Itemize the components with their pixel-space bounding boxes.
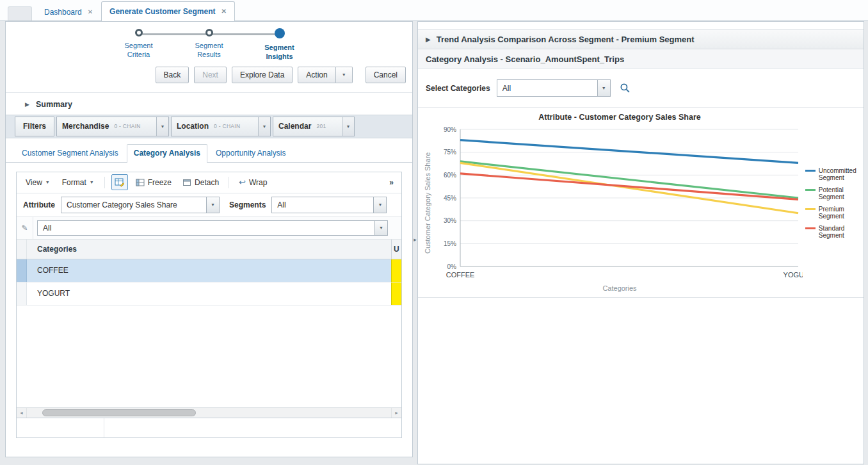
calendar-filter[interactable]: Calendar 201 ▼ (273, 117, 355, 136)
tab-customer-segment-analysis[interactable]: Customer Segment Analysis (15, 144, 125, 162)
chart-x-axis-label: Categories (418, 284, 806, 292)
trend-analysis-header[interactable]: ▶ Trend Analysis Comparison Across Segme… (418, 29, 864, 49)
calendar-dropdown-button[interactable]: ▼ (342, 117, 354, 136)
qbe-filter-value: All (38, 221, 374, 235)
table-edit-icon (115, 177, 125, 188)
tab-generate-customer-segment[interactable]: Generate Customer Segment ✕ (101, 1, 235, 21)
select-categories-dropdown-button[interactable]: ▼ (597, 80, 610, 96)
scrollbar-track[interactable] (27, 408, 391, 418)
scrollbar-thumb[interactable] (42, 409, 196, 416)
legend-swatch (805, 208, 816, 210)
row-selector-gutter[interactable] (17, 282, 27, 305)
chart-legend: Uncommitted SegmentPotential SegmentPrem… (805, 167, 864, 240)
category-cell[interactable]: COFFEE (27, 259, 391, 282)
row-gutter-header (17, 240, 27, 259)
categories-column-header[interactable]: Categories (27, 240, 391, 259)
legend-swatch (805, 170, 816, 172)
freeze-button[interactable]: Freeze (133, 175, 175, 190)
select-categories-combobox[interactable]: All ▼ (497, 79, 611, 97)
legend-swatch (805, 189, 816, 191)
action-button[interactable]: Action (298, 67, 335, 83)
chevron-down-icon: ▼ (379, 225, 383, 230)
table-row-coffee[interactable]: COFFEE (17, 259, 401, 282)
footer-cell (104, 418, 401, 437)
chart-section: Attribute - Customer Category Sales Shar… (418, 108, 864, 298)
footer-cell (17, 418, 104, 437)
step-label: Segment Results (186, 41, 232, 60)
explore-data-button[interactable]: Explore Data (232, 67, 293, 83)
analysis-tab-strip: Customer Segment Analysis Category Analy… (6, 142, 412, 163)
step-circle[interactable] (135, 29, 143, 37)
panel-splitter[interactable]: ▸ (413, 21, 417, 457)
trend-analysis-panel: ▶ Trend Analysis Comparison Across Segme… (417, 21, 864, 464)
qbe-dropdown-button[interactable]: ▼ (374, 221, 387, 235)
toolbar-separator (229, 177, 229, 188)
select-categories-value: All (497, 80, 597, 96)
next-button[interactable]: Next (194, 67, 227, 83)
merchandise-filter[interactable]: Merchandise 0 - CHAIN ▼ (56, 117, 169, 136)
scroll-right-button[interactable]: ► (391, 408, 401, 418)
attribute-combobox[interactable]: Customer Category Sales Share ▼ (61, 197, 220, 213)
legend-label: Premium Segment (819, 206, 860, 220)
horizontal-scrollbar[interactable]: ◄ ► (17, 407, 401, 418)
segments-combobox[interactable]: All ▼ (271, 197, 387, 213)
qbe-filter-combobox[interactable]: All ▼ (37, 220, 388, 236)
clipped-column-header[interactable]: U (391, 240, 401, 259)
chart-y-axis-label: Customer Category Sales Share (422, 126, 433, 280)
close-icon[interactable]: ✕ (88, 9, 93, 15)
splitter-collapse-icon[interactable]: ▸ (414, 236, 417, 243)
filters-label: Filters (18, 122, 51, 131)
tab-dashboard[interactable]: Dashboard ✕ (36, 3, 101, 20)
back-button[interactable]: Back (156, 67, 189, 83)
legend-item: Premium Segment (805, 206, 864, 220)
legend-item: Uncommitted Segment (805, 167, 864, 182)
attribute-dropdown-button[interactable]: ▼ (206, 197, 219, 213)
scroll-left-button[interactable]: ◄ (17, 408, 27, 418)
tab-category-analysis[interactable]: Category Analysis (127, 144, 207, 163)
qbe-pencil-icon: ✎ (17, 217, 33, 239)
legend-item: Potential Segment (805, 186, 864, 201)
cancel-button[interactable]: Cancel (366, 67, 406, 83)
category-analysis-subheader: Category Analysis - Scenario_AmountSpent… (418, 49, 864, 69)
tab-opportunity-analysis[interactable]: Opportunity Analysis (209, 144, 293, 162)
action-dropdown-button[interactable]: ▼ (336, 67, 353, 83)
segments-dropdown-button[interactable]: ▼ (373, 197, 386, 213)
detach-label: Detach (195, 178, 219, 187)
freeze-label: Freeze (148, 178, 172, 187)
wrap-button[interactable]: ↩ Wrap (236, 175, 270, 190)
tab-stub (8, 6, 32, 20)
location-filter[interactable]: Location 0 - CHAIN ▼ (171, 117, 271, 136)
query-by-example-row: ✎ All ▼ (17, 217, 401, 240)
disclosure-right-icon[interactable]: ▶ (426, 36, 431, 43)
highlighted-value-cell[interactable] (391, 259, 401, 282)
location-label: Location (172, 122, 214, 131)
category-cell[interactable]: YOGURT (27, 282, 391, 305)
legend-label: Standard Segment (819, 225, 860, 240)
view-menu-label: View (26, 178, 42, 187)
edit-table-button[interactable] (111, 174, 128, 190)
disclosure-right-icon[interactable]: ▶ (25, 101, 29, 108)
step-circle[interactable] (275, 28, 285, 38)
toolbar-overflow-button[interactable]: » (389, 178, 396, 187)
freeze-icon (136, 178, 145, 187)
attribute-label: Attribute (23, 200, 55, 209)
chevron-down-icon: ▼ (211, 202, 215, 207)
merchandise-dropdown-button[interactable]: ▼ (156, 117, 168, 136)
category-analysis-grid-card: View ▼ Format ▼ Freeze Detach ↩ W (16, 172, 402, 438)
highlighted-value-cell[interactable] (391, 282, 401, 305)
chevron-down-icon: ▼ (378, 202, 382, 207)
attribute-selector-row: Attribute Customer Category Sales Share … (17, 193, 401, 217)
svg-text:75%: 75% (444, 149, 456, 156)
location-dropdown-button[interactable]: ▼ (258, 117, 270, 136)
close-icon[interactable]: ✕ (221, 8, 227, 15)
table-row-yogurt[interactable]: YOGURT (17, 282, 401, 306)
search-icon[interactable] (620, 83, 631, 94)
view-menu-button[interactable]: View ▼ (22, 175, 54, 190)
format-menu-button[interactable]: Format ▼ (58, 175, 98, 190)
filters-button[interactable]: Filters (15, 117, 54, 136)
summary-section-header[interactable]: ▶ Summary (6, 92, 412, 115)
svg-text:90%: 90% (444, 126, 456, 133)
step-circle[interactable] (205, 29, 213, 37)
row-selector-gutter[interactable] (17, 259, 27, 282)
detach-button[interactable]: Detach (179, 175, 222, 190)
